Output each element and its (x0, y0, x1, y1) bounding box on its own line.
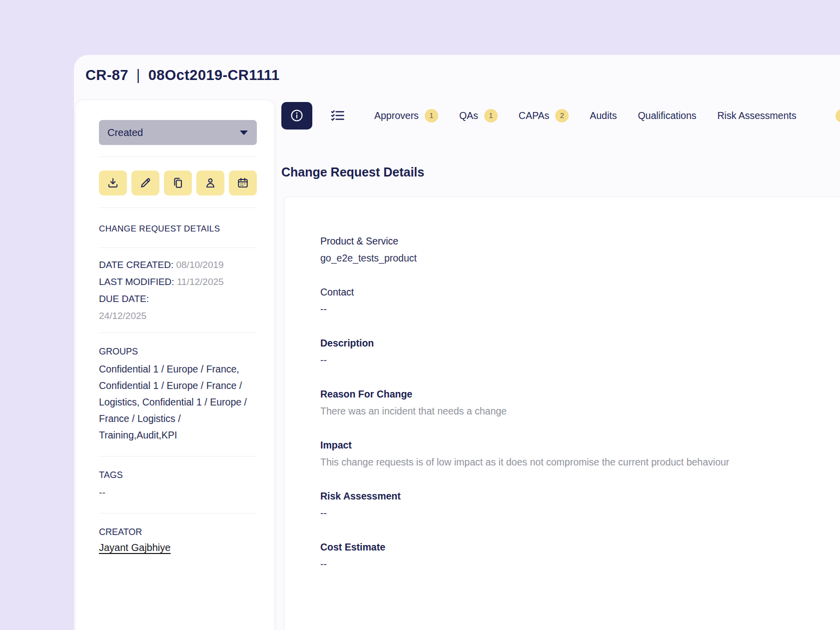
field-value: -- (320, 302, 840, 316)
tab-audits[interactable]: Audits (590, 110, 617, 122)
divider (99, 156, 257, 157)
creator-link[interactable]: Jayant Gajbhiye (99, 542, 170, 554)
due-date-label: DUE DATE: (99, 294, 149, 304)
divider (99, 332, 257, 333)
tags-value: -- (99, 484, 257, 501)
date-created-label: DATE CREATED: (99, 260, 173, 270)
tab-label: Qualifications (638, 110, 696, 122)
action-buttons-row (99, 170, 257, 196)
tab-label: Risk Assessments (717, 110, 796, 122)
last-modified-value: 11/12/2025 (177, 276, 224, 287)
field-description: Description -- (320, 336, 840, 366)
field-value: -- (320, 506, 840, 520)
tab-label: CAPAs (519, 110, 549, 122)
user-icon (204, 176, 217, 190)
field-label: Impact (320, 438, 840, 452)
field-label: Risk Assessment (320, 490, 840, 502)
sidebar-section-title: CHANGE REQUEST DETAILS (99, 224, 257, 234)
tab-risk-assessments[interactable]: Risk Assessments (717, 110, 796, 122)
tab-badge: 2 (555, 109, 569, 122)
tab-approvers[interactable]: Approvers 1 (374, 109, 438, 122)
tab-label: QAs (459, 110, 478, 122)
tab-label: Approvers (374, 110, 419, 122)
tab-capas[interactable]: CAPAs 2 (519, 109, 569, 122)
chevron-down-icon (240, 130, 248, 135)
tab-qualifications[interactable]: Qualifications (638, 110, 696, 122)
status-dropdown[interactable]: Created (99, 120, 257, 145)
divider (99, 513, 257, 514)
field-risk-assessment: Risk Assessment -- (320, 490, 840, 520)
divider (99, 208, 257, 208)
field-value: This change requests is of low impact as… (320, 456, 840, 468)
tab-badge: 1 (484, 109, 498, 122)
field-cost-estimate: Cost Estimate -- (320, 540, 840, 570)
field-label: Description (320, 336, 840, 350)
field-label: Reason For Change (320, 388, 840, 400)
field-label: Contact (320, 286, 840, 298)
tags-label: TAGS (99, 470, 257, 480)
field-label: Product & Service (320, 234, 840, 248)
page-title: CR-87 | 08Oct2019-CR1111 (85, 67, 280, 84)
due-date-value-row: 24/12/2025 (99, 308, 257, 324)
field-contact: Contact -- (320, 286, 840, 316)
edit-button[interactable] (131, 170, 159, 196)
change-request-name: 08Oct2019-CR1111 (148, 67, 280, 84)
field-value: -- (320, 354, 840, 366)
title-separator: | (136, 67, 140, 84)
divider (99, 248, 257, 248)
due-date-label-row: DUE DATE: (99, 290, 257, 308)
tab-badge: 1 (425, 109, 438, 122)
download-icon (106, 176, 119, 190)
download-button[interactable] (99, 170, 127, 196)
creator-label: CREATOR (99, 527, 257, 538)
tab-label: Audits (590, 110, 617, 122)
field-value: go_e2e_tests_product (320, 252, 840, 264)
field-value: There was an incident that needs a chang… (320, 404, 840, 418)
meta-dates: DATE CREATED: 08/10/2019 LAST MODIFIED: … (99, 256, 257, 324)
change-request-details-card: Product & Service go_e2e_tests_product C… (284, 196, 840, 630)
checklist-icon (330, 108, 345, 122)
info-icon (290, 108, 304, 122)
edit-pencil-icon (139, 176, 152, 190)
copy-icon (171, 176, 184, 190)
main-heading: Change Request Details (281, 165, 424, 180)
field-impact: Impact This change requests is of low im… (320, 438, 840, 468)
schedule-button[interactable] (229, 170, 257, 196)
tab-bar: Approvers 1 QAs 1 CAPAs 2 Audits Qualifi… (281, 102, 840, 130)
groups-label: GROUPS (99, 346, 257, 357)
groups-value: Confidential 1 / Europe / France, Confid… (99, 361, 257, 444)
field-product-service: Product & Service go_e2e_tests_product (320, 234, 840, 264)
tab-qas[interactable]: QAs 1 (459, 109, 498, 122)
calendar-icon (236, 176, 249, 190)
divider (99, 456, 257, 456)
sidebar-card: Created (75, 100, 275, 630)
assign-user-button[interactable] (196, 170, 224, 196)
last-modified-row: LAST MODIFIED: 11/12/2025 (99, 274, 257, 290)
tab-badge (836, 109, 840, 122)
copy-button[interactable] (164, 170, 192, 196)
tab-checklist[interactable] (322, 102, 353, 130)
field-label: Cost Estimate (320, 540, 840, 554)
change-request-id: CR-87 (85, 67, 128, 84)
date-created-row: DATE CREATED: 08/10/2019 (99, 256, 257, 274)
field-value: -- (320, 558, 840, 570)
status-dropdown-value: Created (107, 127, 143, 138)
field-reason-for-change: Reason For Change There was an incident … (320, 388, 840, 418)
due-date-value: 24/12/2025 (99, 310, 146, 321)
date-created-value: 08/10/2019 (176, 260, 223, 270)
tab-details[interactable] (281, 102, 312, 130)
last-modified-label: LAST MODIFIED: (99, 276, 174, 287)
